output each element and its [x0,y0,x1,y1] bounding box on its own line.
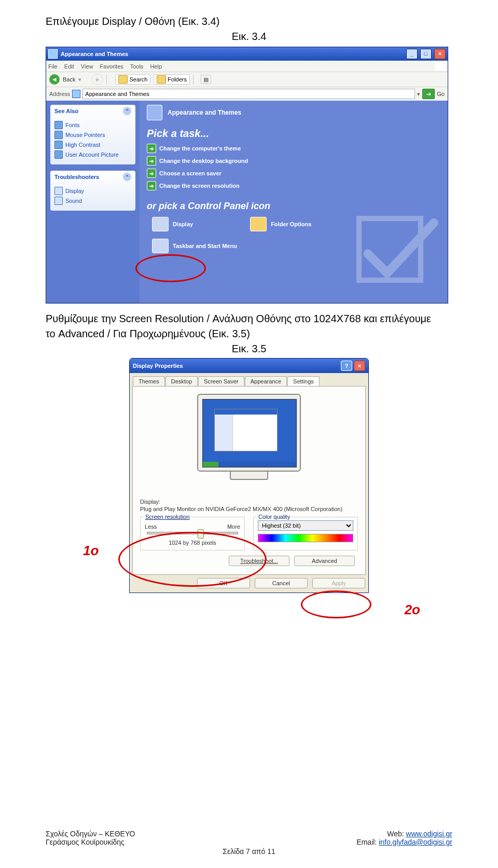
arrow-icon: ➔ [147,181,156,190]
tab-themes[interactable]: Themes [133,376,165,386]
arrow-icon: ➔ [147,156,156,166]
category-title: Appearance and Themes [168,109,241,116]
color-preview [258,534,353,542]
menu-bar: File Edit View Favorites Tools Help [46,61,448,72]
link-high-contrast[interactable]: High Contrast [54,141,131,149]
color-quality-label: Color quality [257,514,292,520]
close-button[interactable]: × [434,49,446,59]
annotation-circle-advanced [301,590,371,618]
monitor-preview [192,394,306,492]
intro-text-2a: Ρυθμίζουμε την Screen Resolution / Ανάλυ… [46,313,452,325]
icon-display[interactable]: Display [152,217,193,231]
address-input[interactable] [82,89,415,99]
troubleshooters-title: Troubleshooters [54,174,99,180]
close-button[interactable]: × [354,361,365,371]
check-decoration [350,210,438,298]
see-also-panel: See Also ⌃ Fonts Mouse Pointers High Con… [50,105,135,164]
menu-edit[interactable]: Edit [64,63,74,70]
footer-web-link[interactable]: www.odigisi.gr [406,830,452,838]
task-change-background[interactable]: ➔Change the desktop background [147,156,440,166]
footer-author: Γεράσιμος Κουϊρουκίδης [46,838,125,846]
see-also-title: See Also [54,108,78,114]
apply-button[interactable]: Apply [312,578,365,588]
tab-bar: Themes Desktop Screen Saver Appearance S… [130,373,368,386]
cancel-button[interactable]: Cancel [255,578,308,588]
task-screen-resolution[interactable]: ➔Change the screen resolution [147,181,440,190]
window-icon [48,49,58,59]
back-icon[interactable]: ◄ [49,74,60,85]
link-user-account-picture[interactable]: User Account Picture [54,150,131,159]
folder-options-icon [250,217,267,231]
back-label[interactable]: Back [63,76,75,82]
color-quality-group: Color quality Highest (32 bit) [253,517,358,550]
appearance-themes-window: Appearance and Themes _ □ × File Edit Vi… [46,47,448,304]
tab-screen-saver[interactable]: Screen Saver [198,376,244,386]
task-screen-saver[interactable]: ➔Choose a screen saver [147,169,440,178]
display-icon [152,217,169,231]
annotation-circle-display [135,254,206,282]
search-button[interactable]: Search [115,74,150,85]
arrow-icon: ➔ [147,144,156,153]
collapse-icon[interactable]: ⌃ [123,173,131,181]
menu-file[interactable]: File [48,63,58,70]
content-pane: Appearance and Themes Pick a task... ➔Ch… [140,101,448,303]
arrow-icon: ➔ [147,169,156,178]
pick-a-task-heading: Pick a task... [147,128,440,140]
page-footer: Σχολές Οδηγών – ΚΕΘΕΥΟ Web: www.odigisi.… [46,830,452,856]
menu-help[interactable]: Help [150,63,162,70]
icon-folder-options[interactable]: Folder Options [250,217,311,231]
footer-email-link[interactable]: info.glyfada@odigisi.gr [379,838,452,846]
screen-resolution-label: Screen resolution [144,514,191,520]
annotation-2o: 2o [405,602,420,618]
address-label: Address [49,91,70,97]
window-titlebar: Appearance and Themes _ □ × [46,47,448,61]
footer-page: Σελίδα 7 από 11 [46,847,452,856]
toolbar: ◄ Back ▾ ► Search Folders ▦ [46,72,448,87]
menu-tools[interactable]: Tools [130,63,144,70]
minimize-button[interactable]: _ [406,49,418,59]
views-button[interactable]: ▦ [201,75,211,84]
troubleshooters-panel: Troubleshooters ⌃ Display Sound [50,171,135,211]
link-sound-ts[interactable]: Sound [54,197,131,205]
folders-button[interactable]: Folders [154,74,190,85]
link-fonts[interactable]: Fonts [54,121,131,129]
category-icon [147,105,162,120]
footer-email-label: Email: [356,838,379,846]
forward-button[interactable]: ► [92,74,103,85]
maximize-button[interactable]: □ [420,49,432,59]
slider-less-label: Less [145,523,157,530]
taskbar-icon [152,239,169,253]
tab-desktop[interactable]: Desktop [165,376,198,386]
dialog-title: Display Properties [133,363,183,369]
menu-view[interactable]: View [81,63,93,70]
advanced-button[interactable]: Advanced [294,556,355,566]
tab-appearance[interactable]: Appearance [245,376,287,386]
menu-favorites[interactable]: Favorites [100,63,123,70]
go-label: Go [437,91,445,97]
intro-text-1: Επιλέγουμε Display / Οθόνη (Εικ. 3.4) [46,16,452,27]
help-button[interactable]: ? [341,361,352,371]
footer-school: Σχολές Οδηγών – ΚΕΘΕΥΟ [46,830,135,838]
display-label: Display: [140,499,358,505]
windows-flag-icon [435,62,446,71]
annotation-1o: 1o [83,543,99,559]
figure-caption-1: Εικ. 3.4 [46,31,452,43]
task-change-theme[interactable]: ➔Change the computer's theme [147,144,440,153]
window-controls: _ □ × [405,49,446,59]
intro-text-2b: το Advanced / Για Προχωρημένους (Εικ. 3.… [46,328,452,340]
figure-caption-2: Εικ. 3.5 [46,343,452,355]
display-value: Plug and Play Monitor on NVIDIA GeForce2… [140,505,358,513]
sidebar: See Also ⌃ Fonts Mouse Pointers High Con… [46,101,140,303]
address-bar: Address ▾ ➔ Go [46,87,448,101]
dialog-titlebar: Display Properties ? × [130,359,368,373]
color-quality-select[interactable]: Highest (32 bit) [258,520,353,531]
collapse-icon[interactable]: ⌃ [123,107,131,115]
tab-settings[interactable]: Settings [287,376,320,386]
address-icon [72,90,80,98]
link-display-ts[interactable]: Display [54,187,131,195]
go-button[interactable]: ➔ [422,89,435,99]
slider-more-label: More [227,523,240,530]
window-title: Appearance and Themes [61,51,128,57]
link-mouse-pointers[interactable]: Mouse Pointers [54,131,131,139]
footer-web-label: Web: [387,830,406,838]
